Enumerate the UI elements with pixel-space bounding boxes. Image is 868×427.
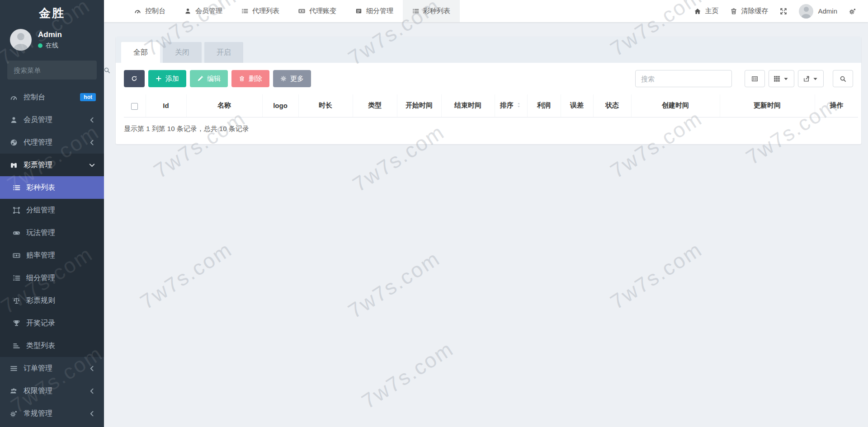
topnav-item-label: 细分管理 [366,7,393,15]
avatar-body-shape [14,44,28,51]
sidebar-open-group: 彩票管理彩种列表分组管理玩法管理赔率管理细分管理彩票规则开奖记录类型列表 [0,154,104,357]
topnav-item-代理列表[interactable]: 代理列表 [232,0,289,22]
home-link[interactable]: 主页 [694,7,718,15]
sidebar-item-权限管理[interactable]: 权限管理 [0,380,104,402]
list-card: 全部 关闭 开启 添加 [116,37,861,144]
tab-all[interactable]: 全部 [121,42,160,63]
sidebar-item-彩种列表[interactable]: 彩种列表 [0,176,104,199]
app-logo: 金胜 [0,0,104,26]
sidebar-item-细分管理[interactable]: 细分管理 [0,267,104,289]
chevron-down-icon [88,161,96,169]
sidebar-item-label: 会员管理 [24,115,52,125]
toolbar-right [635,70,853,87]
money-icon [298,8,305,14]
sidebar-item-彩票规则[interactable]: 彩票规则 [0,289,104,312]
gamepad-icon [13,229,20,237]
sidebar-item-label: 类型列表 [26,341,55,351]
topnav-item-label: 代理列表 [252,7,279,15]
clear-cache-label: 清除缓存 [741,7,768,15]
sidebar-item-代理管理[interactable]: 代理管理 [0,131,104,154]
col-profit: 利润 [527,94,561,117]
topnav-item-彩种列表[interactable]: 彩种列表 [403,0,460,22]
topnav-item-label: 会员管理 [195,7,222,15]
topnav-item-会员管理[interactable]: 会员管理 [175,0,232,22]
col-end: 结束时间 [441,94,495,117]
topnav-item-控制台[interactable]: 控制台 [125,0,175,22]
col-actions: 操作 [815,94,858,117]
topnav-item-label: 控制台 [145,7,165,15]
money-icon [13,252,20,259]
settings-gears-icon[interactable] [849,8,856,15]
topnav-items: 控制台会员管理代理列表代理账变细分管理彩种列表 [125,0,460,22]
records-summary: 显示第 1 到第 10 条记录，总共 10 条记录 [124,125,853,133]
col-status: 状态 [593,94,631,117]
col-updated: 更新时间 [720,94,815,117]
sidebar-item-类型列表[interactable]: 类型列表 [0,334,104,357]
sidebar-item-分组管理[interactable]: 分组管理 [0,199,104,221]
home-label: 主页 [705,7,718,15]
topnav-item-细分管理[interactable]: 细分管理 [346,0,403,22]
more-button[interactable]: 更多 [273,70,311,87]
sidebar-item-订单管理[interactable]: 订单管理 [0,357,104,380]
app-root: 金胜 Admin 在线 控制台hot会员管理代理管理彩票管理彩种列表分组管理玩法… [0,0,868,427]
barsasc-icon [13,342,20,350]
select-all-checkbox[interactable] [131,103,138,110]
sidebar-item-彩票管理[interactable]: 彩票管理 [0,154,104,176]
chevron-left-icon [88,387,96,395]
sidebar-item-开奖记录[interactable]: 开奖记录 [0,312,104,334]
topnav-item-代理账变[interactable]: 代理账变 [289,0,346,22]
sidebar-item-label: 彩种列表 [26,183,55,192]
search-submit-button[interactable] [833,70,853,87]
main-area: 控制台会员管理代理列表代理账变细分管理彩种列表 主页 清除缓存 Admin [104,0,868,427]
sidebar-item-常规管理[interactable]: 常规管理 [0,402,104,425]
member-icon [184,8,191,14]
col-created: 创建时间 [631,94,720,117]
user-name: Admin [38,30,62,39]
sidebar-search [7,61,97,80]
hamburger-icon[interactable] [104,7,125,15]
list-icon [412,8,419,14]
sidebar-item-赔率管理[interactable]: 赔率管理 [0,244,104,267]
sidebar-item-玩法管理[interactable]: 玩法管理 [0,221,104,244]
scales-icon [13,297,20,305]
chevron-down-icon [812,75,819,82]
avatar-head-shape [17,33,24,40]
clear-cache-link[interactable]: 清除缓存 [730,7,768,15]
delete-button[interactable]: 删除 [231,70,269,87]
user-menu[interactable]: Admin [799,4,837,19]
sidebar-search-input[interactable] [14,66,104,74]
tabs-bar: 全部 关闭 开启 [116,37,861,63]
columns-grid-icon [774,75,780,82]
topnav-right: 主页 清除缓存 Admin [694,4,868,19]
table-search-input[interactable] [635,70,732,87]
edit-button[interactable]: 编辑 [190,70,228,87]
sidebar-item-label: 控制台 [24,93,45,102]
tab-closed[interactable]: 关闭 [163,42,202,63]
detail-view-button[interactable] [745,70,765,87]
sidebar-item-label: 代理管理 [24,138,52,147]
detail-view-icon [751,75,758,82]
export-button[interactable] [798,70,824,87]
refresh-button[interactable] [124,70,145,87]
sidebar-item-label: 彩票管理 [24,160,52,170]
user-avatar[interactable] [10,29,32,51]
refresh-icon [131,75,137,82]
fullscreen-icon[interactable] [780,8,787,15]
hot-badge: hot [80,93,96,101]
sidebar-item-label: 权限管理 [24,386,52,396]
chevron-left-icon [88,139,96,146]
tab-open[interactable]: 开启 [204,42,243,63]
agent-icon [10,139,18,146]
card-body: 添加 编辑 删除 更多 [116,63,861,144]
sidebar-item-会员管理[interactable]: 会员管理 [0,108,104,131]
sidebar-item-label: 细分管理 [26,273,55,283]
col-sort[interactable]: 排序 [495,94,527,117]
add-button[interactable]: 添加 [148,70,186,87]
chevron-left-icon [88,365,96,372]
sidebar-item-控制台[interactable]: 控制台hot [0,86,104,108]
topnav-item-label: 代理账变 [309,7,336,15]
top-navbar: 控制台会员管理代理列表代理账变细分管理彩种列表 主页 清除缓存 Admin [104,0,868,22]
chevron-down-icon [783,75,789,82]
columns-button[interactable] [769,70,794,87]
col-name: 名称 [186,94,262,117]
